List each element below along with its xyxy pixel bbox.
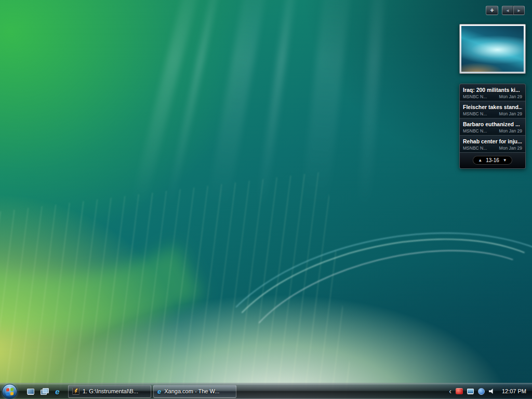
feed-pager: ▲ 13-16 ▼ bbox=[460, 153, 525, 168]
feed-pager-pill: ▲ 13-16 ▼ bbox=[473, 156, 512, 165]
slideshow-gadget[interactable] bbox=[459, 24, 526, 74]
feed-item-date: Mon Jan 29 bbox=[499, 111, 522, 116]
feed-page-range: 13-16 bbox=[486, 157, 499, 163]
feed-item-date: Mon Jan 29 bbox=[499, 128, 522, 134]
gadget-page-nav: ◄ ► bbox=[502, 6, 525, 15]
network-tray-icon[interactable] bbox=[467, 389, 474, 394]
feed-item-meta: MSNBC N... Mon Jan 29 bbox=[463, 94, 522, 99]
feed-item[interactable]: Fleischer takes stand... MSNBC N... Mon … bbox=[460, 101, 525, 118]
feed-item-source: MSNBC N... bbox=[463, 111, 487, 116]
add-gadget-button[interactable]: + bbox=[486, 6, 498, 15]
feed-item-title: Iraq: 200 militants ki... bbox=[463, 87, 522, 93]
system-tray: ‹ 12:07 PM bbox=[449, 388, 532, 395]
app-tray-icon[interactable] bbox=[478, 388, 485, 395]
show-desktop-icon[interactable] bbox=[26, 387, 35, 396]
sidebar-gadget-controls: + ◄ ► bbox=[486, 6, 525, 15]
feed-item-title: Barbaro euthanized ... bbox=[463, 121, 522, 127]
taskbar-button-xanga[interactable]: e Xanga.com - The W... bbox=[153, 385, 236, 398]
start-button[interactable] bbox=[2, 384, 17, 399]
feed-page-down-button[interactable]: ▼ bbox=[503, 158, 507, 163]
feed-item-date: Mon Jan 29 bbox=[499, 145, 522, 151]
windows-flag-icon bbox=[6, 388, 14, 395]
gadgets-prev-button[interactable]: ◄ bbox=[502, 6, 513, 15]
feed-item-source: MSNBC N... bbox=[463, 94, 487, 99]
switch-windows-icon[interactable] bbox=[39, 387, 48, 396]
taskbar-button-winamp[interactable]: 1. G:\Instrumental\B... bbox=[68, 385, 151, 398]
feed-item-meta: MSNBC N... Mon Jan 29 bbox=[463, 145, 522, 151]
volume-tray-icon[interactable] bbox=[489, 388, 496, 394]
feed-item-source: MSNBC N... bbox=[463, 145, 487, 151]
gadgets-next-button[interactable]: ► bbox=[513, 6, 525, 15]
ati-tray-icon[interactable] bbox=[456, 388, 463, 394]
desktop[interactable]: + ◄ ► Iraq: 200 militants ki... MSNBC N.… bbox=[0, 0, 532, 399]
feed-item[interactable]: Iraq: 200 militants ki... MSNBC N... Mon… bbox=[460, 84, 525, 101]
internet-explorer-icon: e bbox=[157, 388, 161, 395]
taskbar-button-label: 1. G:\Instrumental\B... bbox=[83, 388, 138, 394]
feed-headlines-gadget: Iraq: 200 militants ki... MSNBC N... Mon… bbox=[459, 84, 526, 169]
winamp-icon bbox=[72, 388, 79, 395]
taskbar-clock[interactable]: 12:07 PM bbox=[502, 388, 526, 394]
feed-item-title: Rehab center for inju... bbox=[463, 138, 522, 144]
taskbar: e 1. G:\Instrumental\B... e Xanga.com - … bbox=[0, 383, 532, 399]
feed-item[interactable]: Rehab center for inju... MSNBC N... Mon … bbox=[460, 136, 525, 153]
tray-expand-chevron-icon[interactable]: ‹ bbox=[449, 388, 451, 395]
taskbar-button-label: Xanga.com - The W... bbox=[164, 388, 219, 394]
internet-explorer-quicklaunch-icon[interactable]: e bbox=[53, 387, 62, 396]
quick-launch-bar: e bbox=[26, 387, 62, 396]
feed-item-meta: MSNBC N... Mon Jan 29 bbox=[463, 111, 522, 116]
feed-page-up-button[interactable]: ▲ bbox=[478, 158, 482, 163]
feed-item-meta: MSNBC N... Mon Jan 29 bbox=[463, 128, 522, 134]
slideshow-photo bbox=[461, 26, 524, 72]
task-buttons: 1. G:\Instrumental\B... e Xanga.com - Th… bbox=[66, 385, 236, 398]
feed-item[interactable]: Barbaro euthanized ... MSNBC N... Mon Ja… bbox=[460, 118, 525, 136]
feed-item-title: Fleischer takes stand... bbox=[463, 104, 522, 110]
feed-item-source: MSNBC N... bbox=[463, 128, 487, 134]
feed-item-date: Mon Jan 29 bbox=[499, 94, 522, 99]
